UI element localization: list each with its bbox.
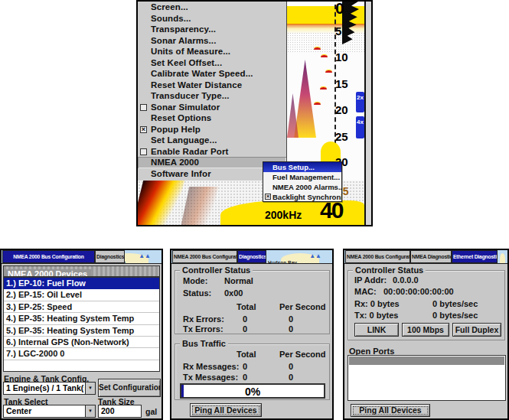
ping-all-devices-button[interactable]: Ping All Devices — [190, 403, 262, 417]
zoom-4x-button[interactable]: 4x — [356, 116, 364, 138]
rx-messages-per-second: 0 — [289, 362, 293, 371]
menu-item-label: Popup Help — [151, 125, 201, 134]
depth-label-0: 0 — [335, 2, 344, 18]
menu-item-label: Transducer Type... — [151, 91, 230, 100]
page: 0 5 10 15 20 25 30 2x 4x 35 200kHz 40 Sc… — [0, 0, 509, 420]
engine-tank-config-value: 1 Engine(s) / 1 Tank(s) — [6, 383, 84, 394]
tank-size-input[interactable]: 200 — [98, 405, 142, 418]
tab-diagnostics[interactable]: Diagnostics — [95, 250, 125, 263]
menu-item-label: Sonar Alarms... — [151, 36, 216, 45]
menu-item-label: NMEA 2000 — [151, 158, 199, 167]
submenu-item-bus-setup[interactable]: Bus Setup... — [263, 162, 341, 172]
rx-rate-value: 0 bytes/sec — [432, 299, 478, 308]
menu-item-label: Set Keel Offset... — [151, 58, 222, 67]
menu-item-reset-water-distance[interactable]: Reset Water Distance — [138, 80, 286, 91]
submenu-item-nmea-2000-alarms[interactable]: NMEA 2000 Alarms... — [263, 182, 341, 192]
menu-item-units-of-measure[interactable]: Units of Measure... — [138, 46, 286, 57]
link-status-button[interactable]: LINK — [354, 323, 399, 337]
tx-errors-total: 0 — [243, 324, 247, 334]
tab-ethernet-diagnostics[interactable]: Ethernet Diagnostics — [452, 250, 498, 263]
bus-traffic-group: Bus Traffic Total Per Second Rx Messages… — [175, 343, 330, 400]
menu-item-label: Units of Measure... — [151, 47, 230, 56]
speed-status-button[interactable]: 100 Mbps — [402, 323, 449, 337]
zoom-2x-button[interactable]: 2x — [356, 92, 364, 112]
depth-label-20: 20 — [335, 103, 348, 116]
column-per-second: Per Second — [279, 350, 326, 359]
device-row-lgc-2000[interactable]: 7.) LGC-2000 0 — [4, 348, 159, 360]
menu-item-set-keel-offset[interactable]: Set Keel Offset... — [138, 57, 286, 69]
menu-item-enable-radar-port[interactable]: Enable Radar Port — [138, 146, 286, 158]
menu-item-screen[interactable]: Screen... — [138, 2, 286, 13]
column-total: Total — [237, 350, 256, 359]
mode-label: Mode: — [183, 276, 207, 285]
noise-speckle — [287, 32, 364, 54]
duplex-status-button[interactable]: Full Duplex — [452, 323, 501, 337]
echo-streak — [181, 187, 219, 225]
tab-bar: ▲▲ Hudson Bay NMEA 2000 Bus Configuratio… — [171, 250, 332, 264]
nmea-bus-configuration-panel: ▲▲ Hudson Bay NMEA 2000 Bus Configuratio… — [0, 249, 163, 420]
ip-addr-value: 0.0.0.0 — [393, 275, 419, 285]
chevron-down-icon[interactable]: ▼ — [85, 405, 95, 417]
ip-addr-label: IP Addr: — [354, 275, 387, 285]
device-row-ep35-heating-temp-2[interactable]: 5.) EP-35: Heating System Temp — [4, 325, 159, 337]
depth-label-10: 10 — [335, 50, 348, 63]
menu-item-reset-options[interactable]: Reset Options — [138, 112, 286, 124]
fish-arch — [314, 47, 321, 52]
menu-item-transparency[interactable]: Transparency... — [138, 24, 286, 35]
menu-item-label: Sonar Simulator — [151, 103, 220, 112]
map-place-label: Hudson Bay — [268, 260, 297, 263]
tab-nmea-2000-bus-configuration[interactable]: NMEA 2000 Bus Configuration — [172, 250, 237, 263]
menu-item-label: Sounds... — [151, 14, 191, 23]
tab-nmea-2000-bus-configuration[interactable]: NMEA 2000 Bus Configuration — [345, 250, 410, 263]
device-row-ep15-oil-level[interactable]: 2.) EP-15: Oil Level — [4, 289, 159, 301]
menu-item-label: Transparency... — [151, 24, 216, 34]
device-row-ep10-fuel-flow[interactable]: 1.) EP-10: Fuel Flow — [4, 278, 159, 289]
rx-messages-total: 0 — [243, 362, 247, 371]
ethernet-diagnostics-panel: NMEA 2000 Bus Configuration NMEA Diagnos… — [343, 249, 509, 420]
rx-messages-label: Rx Messages: — [183, 362, 239, 371]
open-ports-selected-row[interactable] — [349, 357, 504, 365]
menu-item-transducer-type[interactable]: Transducer Type... — [138, 90, 286, 102]
fish-arch — [321, 55, 328, 60]
depth-label-25: 25 — [335, 130, 348, 143]
rx-bytes-label: Rx: 0 bytes — [354, 299, 400, 308]
rx-errors-total: 0 — [243, 314, 247, 324]
submenu-item-label: Fuel Management... — [272, 173, 340, 181]
checkbox-unchecked-icon — [140, 148, 147, 155]
tank-select-dropdown[interactable]: Center ▼ — [3, 405, 96, 418]
depth-label-15: 15 — [335, 77, 348, 90]
tab-nmea-diagnostics[interactable]: NMEA Diagnostics — [410, 250, 452, 263]
map-background: ▲▲ Hudson Bay — [266, 250, 332, 263]
open-ports-list[interactable] — [347, 355, 506, 401]
checkbox-checked-icon: × — [265, 194, 271, 200]
menu-item-label: Calibrate Water Speed... — [151, 69, 253, 78]
device-row-internal-gps[interactable]: 6.) Internal GPS (Non-Network) — [4, 337, 159, 348]
tx-messages-total: 0 — [243, 373, 247, 382]
rx-errors-per-second: 0 — [289, 314, 293, 324]
menu-item-set-language[interactable]: Set Language... — [138, 135, 286, 146]
frequency-label: 200kHz — [265, 209, 302, 221]
device-row-ep35-heating-temp-1[interactable]: 4.) EP-35: Heating System Temp — [4, 313, 159, 324]
progress-fill — [181, 385, 184, 397]
tab-nmea-2000-bus-configuration[interactable]: NMEA 2000 Bus Configuration — [2, 250, 95, 263]
menu-item-popup-help[interactable]: ×Popup Help — [138, 124, 286, 135]
submenu-item-fuel-management[interactable]: Fuel Management... — [263, 172, 341, 182]
device-row-ep25-speed[interactable]: 3.) EP-25: Speed — [4, 301, 159, 313]
menu-item-sonar-alarms[interactable]: Sonar Alarms... — [138, 35, 286, 47]
menu-item-sounds[interactable]: Sounds... — [138, 13, 286, 24]
submenu-item-backlight-synchronization[interactable]: ×Backlight Synchronization — [263, 192, 341, 202]
map-shape: ▲▲ — [139, 252, 151, 260]
set-configuration-button[interactable]: Set Configuration — [98, 379, 161, 397]
chevron-down-icon[interactable]: ▼ — [85, 383, 95, 394]
tab-diagnostics[interactable]: Diagnostics — [237, 250, 266, 263]
ping-all-devices-button[interactable]: Ping All Devices — [351, 404, 430, 417]
engine-tank-config-dropdown[interactable]: 1 Engine(s) / 1 Tank(s) ▼ — [3, 382, 96, 395]
tank-select-value: Center — [6, 405, 84, 417]
controller-status-group: Controller Status IP Addr: 0.0.0.0 MAC: … — [347, 270, 505, 340]
nmea-2000-submenu: Bus Setup... Fuel Management... NMEA 200… — [263, 161, 342, 202]
menu-item-calibrate-water-speed[interactable]: Calibrate Water Speed... — [138, 68, 286, 80]
tx-messages-label: Tx Messages: — [183, 373, 238, 382]
bus-load-progress-bar: 0% — [180, 383, 325, 399]
menu-item-sonar-simulator[interactable]: Sonar Simulator — [138, 102, 286, 113]
menu-item-label: Screen... — [151, 2, 188, 11]
